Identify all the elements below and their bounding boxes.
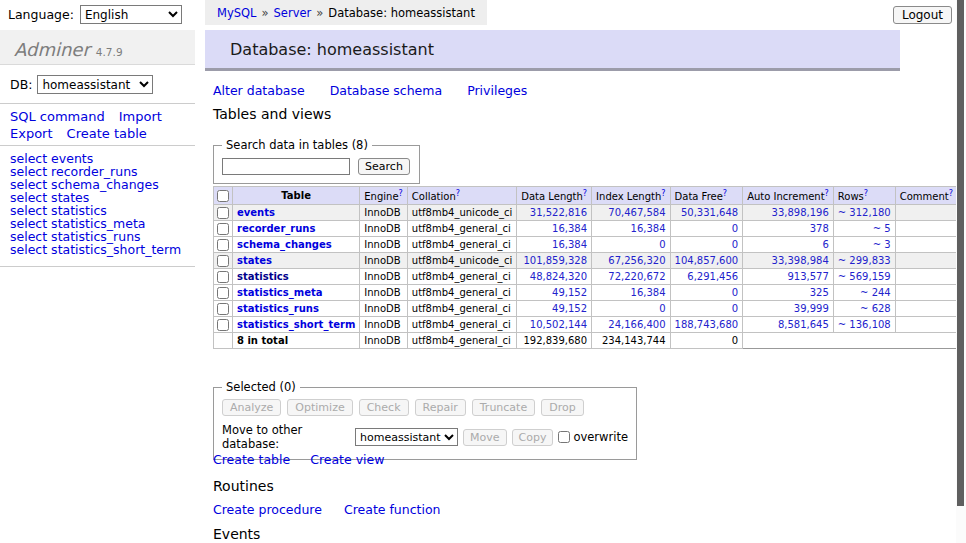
- scrollbar-thumb[interactable]: [957, 0, 964, 506]
- data-length-link[interactable]: 49,152: [552, 303, 587, 314]
- move-db-select[interactable]: homeassistant: [355, 428, 458, 446]
- auto-increment-link[interactable]: 33,898,196: [772, 207, 829, 218]
- breadcrumb-link-mysql[interactable]: MySQL: [217, 6, 257, 20]
- help-link[interactable]: ?: [399, 189, 403, 198]
- data-free-link[interactable]: 50,331,648: [681, 207, 738, 218]
- index-length-link[interactable]: 0: [659, 239, 665, 250]
- row-checkbox[interactable]: [217, 207, 229, 219]
- check-button[interactable]: Check: [359, 399, 409, 416]
- rows-link[interactable]: ~ 244: [860, 287, 891, 298]
- search-input[interactable]: [222, 158, 350, 175]
- action-link-alter-database[interactable]: Alter database: [213, 83, 305, 98]
- engine-cell: InnoDB: [360, 269, 408, 285]
- help-link[interactable]: ?: [583, 189, 587, 198]
- overwrite-checkbox[interactable]: [558, 431, 570, 443]
- rows-link[interactable]: ~ 312,180: [838, 207, 891, 218]
- sidebar-select-statistics-short-term[interactable]: select statistics_short_term: [10, 243, 181, 256]
- table-name-link[interactable]: recorder_runs: [237, 223, 315, 234]
- index-length-link[interactable]: 67,256,320: [608, 255, 665, 266]
- sidebar-link-sql-command[interactable]: SQL command: [10, 109, 105, 124]
- data-free-link[interactable]: 0: [732, 223, 738, 234]
- select-all-checkbox[interactable]: [217, 190, 229, 202]
- index-length-link[interactable]: 16,384: [631, 223, 666, 234]
- auto-increment-link[interactable]: 39,999: [794, 303, 829, 314]
- row-checkbox[interactable]: [217, 287, 229, 299]
- sidebar-link-create-table[interactable]: Create table: [67, 126, 147, 141]
- help-link[interactable]: ?: [864, 189, 868, 198]
- index-length-link[interactable]: 16,384: [631, 287, 666, 298]
- data-free-link[interactable]: 188,743,680: [675, 319, 739, 330]
- help-link[interactable]: ?: [949, 189, 953, 198]
- search-button[interactable]: Search: [358, 158, 410, 175]
- rows-link[interactable]: ~ 3: [873, 239, 891, 250]
- data-free-link[interactable]: 6,291,456: [687, 271, 738, 282]
- help-link[interactable]: ?: [456, 189, 460, 198]
- auto-increment-link[interactable]: 6: [822, 239, 828, 250]
- auto-increment-link[interactable]: 33,398,984: [772, 255, 829, 266]
- auto-increment-link[interactable]: 325: [810, 287, 829, 298]
- row-checkbox[interactable]: [217, 319, 229, 331]
- data-length-link[interactable]: 10,502,144: [530, 319, 587, 330]
- auto-increment-link[interactable]: 913,577: [787, 271, 828, 282]
- analyze-button[interactable]: Analyze: [222, 399, 281, 416]
- data-free-link[interactable]: 0: [732, 239, 738, 250]
- data-length-link[interactable]: 16,384: [552, 239, 587, 250]
- auto-increment-link[interactable]: 378: [810, 223, 829, 234]
- create-view-link[interactable]: Create view: [310, 452, 384, 467]
- action-link-database-schema[interactable]: Database schema: [330, 83, 442, 98]
- data-length-link[interactable]: 31,522,816: [530, 207, 587, 218]
- create-table-link[interactable]: Create table: [213, 452, 290, 467]
- data-free-link[interactable]: 0: [732, 303, 738, 314]
- copy-button[interactable]: Copy: [512, 429, 554, 446]
- help-link[interactable]: ?: [723, 189, 727, 198]
- table-name-link[interactable]: statistics_runs: [237, 303, 319, 314]
- sidebar-link-export[interactable]: Export: [10, 126, 53, 141]
- index-length-link[interactable]: 70,467,584: [608, 207, 665, 218]
- table-name-link[interactable]: events: [237, 207, 275, 218]
- rows-link[interactable]: ~ 628: [860, 303, 891, 314]
- data-free-link[interactable]: 0: [732, 287, 738, 298]
- data-length-link[interactable]: 16,384: [552, 223, 587, 234]
- language-select[interactable]: English: [80, 5, 182, 24]
- move-button[interactable]: Move: [463, 429, 507, 446]
- table-name-link[interactable]: statistics: [237, 271, 289, 282]
- table-name-link[interactable]: statistics_meta: [237, 287, 322, 298]
- rows-link[interactable]: ~ 299,833: [838, 255, 891, 266]
- index-length-link[interactable]: 24,166,400: [608, 319, 665, 330]
- help-link[interactable]: ?: [661, 189, 665, 198]
- data-length-cell: 16,384: [517, 237, 592, 253]
- index-length-link[interactable]: 72,220,672: [608, 271, 665, 282]
- action-link-privileges[interactable]: Privileges: [467, 83, 527, 98]
- help-link[interactable]: ?: [825, 189, 829, 198]
- row-checkbox[interactable]: [217, 239, 229, 251]
- data-length-link[interactable]: 101,859,328: [523, 255, 587, 266]
- optimize-button[interactable]: Optimize: [287, 399, 352, 416]
- drop-button[interactable]: Drop: [541, 399, 583, 416]
- repair-button[interactable]: Repair: [415, 399, 466, 416]
- table-row-states: statesInnoDButf8mb4_unicode_ci101,859,32…: [214, 253, 958, 269]
- breadcrumb-link-server[interactable]: Server: [274, 6, 312, 20]
- table-name-link[interactable]: schema_changes: [237, 239, 332, 250]
- auto-increment-link[interactable]: 8,581,645: [778, 319, 829, 330]
- app-logo[interactable]: Adminer: [14, 39, 90, 60]
- row-checkbox[interactable]: [217, 271, 229, 283]
- rows-link[interactable]: ~ 136,108: [838, 319, 891, 330]
- move-label: Move to other database:: [222, 423, 350, 451]
- sidebar-link-import[interactable]: Import: [119, 109, 162, 124]
- db-select[interactable]: homeassistant: [37, 75, 153, 94]
- row-checkbox[interactable]: [217, 303, 229, 315]
- create-procedure-link[interactable]: Create procedure: [213, 502, 322, 517]
- row-checkbox[interactable]: [217, 255, 229, 267]
- data-free-link[interactable]: 104,857,600: [675, 255, 739, 266]
- rows-link[interactable]: ~ 5: [873, 223, 891, 234]
- rows-link[interactable]: ~ 569,159: [838, 271, 891, 282]
- data-length-link[interactable]: 48,824,320: [530, 271, 587, 282]
- logout-button[interactable]: Logout: [893, 6, 952, 24]
- index-length-link[interactable]: 0: [659, 303, 665, 314]
- table-name-link[interactable]: states: [237, 255, 272, 266]
- create-function-link[interactable]: Create function: [344, 502, 441, 517]
- truncate-button[interactable]: Truncate: [472, 399, 535, 416]
- row-checkbox[interactable]: [217, 223, 229, 235]
- table-name-link[interactable]: statistics_short_term: [237, 319, 355, 330]
- data-length-link[interactable]: 49,152: [552, 287, 587, 298]
